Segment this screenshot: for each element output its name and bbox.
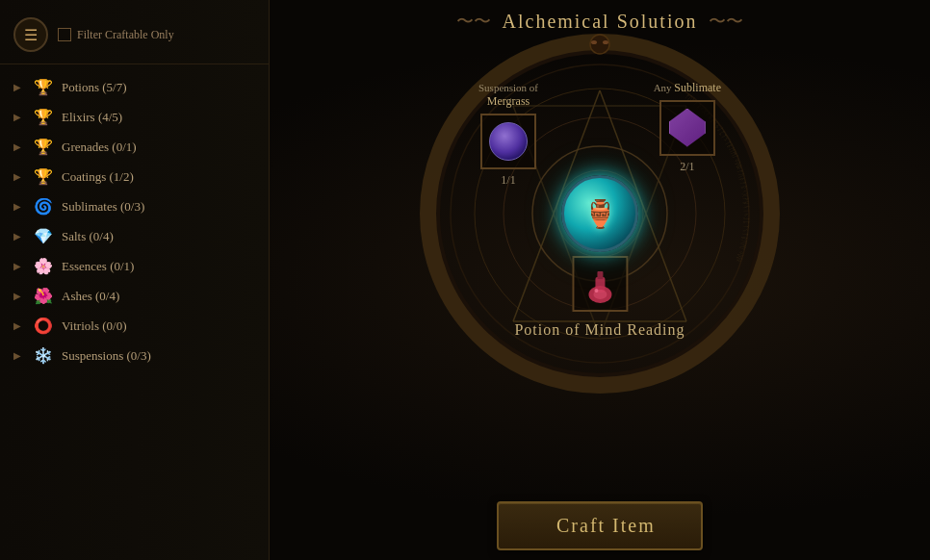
cat-label-suspensions: Suspensions (0/3) (62, 348, 255, 364)
result-name: Potion of Mind Reading (514, 321, 685, 339)
mergrass-label: Suspension of Mergrass (478, 81, 538, 110)
cat-label-ashes: Ashes (0/4) (62, 289, 255, 304)
chevron-icon: ▶ (13, 112, 25, 122)
panel-title-area: 〜〜 Alchemical Solution 〜〜 (456, 10, 744, 33)
sublimate-label: Any Sublimate (654, 81, 721, 96)
svg-rect-19 (597, 271, 603, 279)
chevron-icon: ▶ (13, 261, 25, 271)
result-potion-icon (581, 263, 619, 305)
cat-icon-suspensions: ❄️ (33, 346, 54, 365)
chevron-icon: ▶ (13, 82, 25, 92)
svg-point-4 (591, 40, 597, 44)
sidebar-item-coatings[interactable]: ▶ 🏆 Coatings (1/2) (0, 162, 269, 191)
sidebar-item-salts[interactable]: ▶ 💎 Salts (0/4) (0, 221, 269, 251)
svg-point-5 (603, 40, 608, 44)
cat-label-potions: Potions (5/7) (62, 80, 255, 95)
alchemy-circle-area: ᚠᚢᚦᚨᚱᚲᚷᚹᚺᚾᛁᛃᛇᛈᛉᛊᛏᛒᛖᛗᛚᛜᛞᛟᚠᚢᚦᚨᚱᚲᚷᚹᚺᚾᛁᛃᛇᛈᛉᛊ… (417, 31, 783, 396)
ingredient-slot-mergrass[interactable]: Suspension of Mergrass 1/1 (478, 81, 538, 188)
left-panel: ☰ Filter Craftable Only ▶ 🏆 Potions (5/7… (0, 0, 270, 560)
title-deco-left: 〜〜 (456, 10, 491, 33)
chevron-icon: ▶ (13, 291, 25, 301)
mergrass-count: 1/1 (501, 173, 515, 188)
main-container: ☰ Filter Craftable Only ▶ 🏆 Potions (5/7… (0, 0, 930, 560)
sidebar-item-sublimates[interactable]: ▶ 🌀 Sublimates (0/3) (0, 191, 269, 221)
menu-icon[interactable]: ☰ (13, 17, 48, 52)
sublimate-slot-box[interactable] (659, 100, 715, 156)
cat-label-essences: Essences (0/1) (62, 259, 255, 274)
cat-icon-potions: 🏆 (33, 78, 54, 96)
ingredient-slot-sublimate[interactable]: Any Sublimate 2/1 (654, 81, 721, 174)
svg-point-3 (590, 35, 609, 54)
sidebar-item-vitriols[interactable]: ▶ ⭕ Vitriols (0/0) (0, 311, 269, 341)
result-slot-box[interactable] (572, 256, 628, 312)
cat-icon-elixirs: 🏆 (33, 108, 54, 126)
cat-icon-essences: 🌸 (33, 257, 54, 275)
chevron-icon: ▶ (13, 171, 25, 182)
chevron-icon: ▶ (13, 320, 25, 331)
center-orb: 🏺 (561, 175, 638, 252)
mergrass-item-icon (489, 122, 528, 161)
filter-label: Filter Craftable Only (77, 28, 174, 42)
cat-label-coatings: Coatings (1/2) (62, 169, 255, 185)
sidebar-item-ashes[interactable]: ▶ 🌺 Ashes (0/4) (0, 281, 269, 311)
cat-icon-coatings: 🏆 (33, 167, 54, 186)
center-orb-symbol: 🏺 (583, 198, 617, 230)
cat-label-salts: Salts (0/4) (62, 229, 255, 244)
sidebar-item-grenades[interactable]: ▶ 🏆 Grenades (0/1) (0, 132, 269, 162)
cat-label-elixirs: Elixirs (4/5) (62, 110, 255, 125)
cat-label-vitriols: Vitriols (0/0) (62, 318, 255, 334)
chevron-icon: ▶ (13, 201, 25, 212)
right-panel: 〜〜 Alchemical Solution 〜〜 (270, 0, 930, 560)
craft-button-area: Craft Item (497, 501, 703, 550)
sublimate-item-icon (669, 109, 706, 147)
result-slot[interactable]: Potion of Mind Reading (514, 256, 685, 339)
filter-checkbox-area[interactable]: Filter Craftable Only (58, 28, 174, 42)
panel-title: Alchemical Solution (503, 11, 698, 33)
sidebar-item-elixirs[interactable]: ▶ 🏆 Elixirs (4/5) (0, 102, 269, 132)
sublimate-count: 2/1 (680, 160, 694, 174)
sidebar-item-essences[interactable]: ▶ 🌸 Essences (0/1) (0, 251, 269, 281)
category-list: ▶ 🏆 Potions (5/7) ▶ 🏆 Elixirs (4/5) ▶ 🏆 … (0, 64, 269, 378)
chevron-icon: ▶ (13, 350, 25, 361)
cat-icon-grenades: 🏆 (33, 138, 54, 156)
chevron-icon: ▶ (13, 231, 25, 242)
svg-point-21 (594, 289, 598, 293)
sidebar-item-potions[interactable]: ▶ 🏆 Potions (5/7) (0, 72, 269, 102)
header-bar: ☰ Filter Craftable Only (0, 10, 269, 64)
cat-icon-vitriols: ⭕ (33, 317, 54, 335)
mergrass-slot-box[interactable] (480, 114, 536, 169)
chevron-icon: ▶ (13, 141, 25, 152)
title-deco-right: 〜〜 (709, 10, 743, 33)
filter-checkbox[interactable] (58, 28, 71, 41)
sidebar-item-suspensions[interactable]: ▶ ❄️ Suspensions (0/3) (0, 341, 269, 370)
cat-label-sublimates: Sublimates (0/3) (62, 199, 255, 215)
cat-icon-sublimates: 🌀 (33, 197, 54, 216)
craft-button[interactable]: Craft Item (497, 501, 703, 550)
cat-icon-salts: 💎 (33, 227, 54, 245)
cat-icon-ashes: 🌺 (33, 287, 54, 305)
cat-label-grenades: Grenades (0/1) (62, 140, 255, 155)
